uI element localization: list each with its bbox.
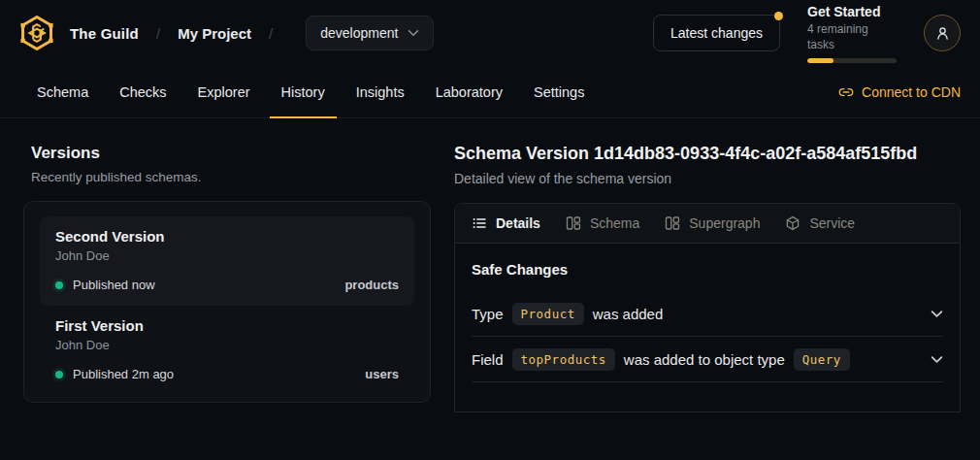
header-actions: Latest changes Get Started 4 remaining t… [653,3,961,63]
detail-tab-service[interactable]: Service [785,215,855,231]
project-tabs: Schema Checks Explorer History Insights … [37,66,584,117]
tab-explorer[interactable]: Explorer [198,66,250,117]
schema-version-title: Schema Version 1d14db83-0933-4f4c-a02f-a… [454,144,961,164]
safe-changes-heading: Safe Changes [472,261,943,278]
version-name: Second Version [55,228,399,245]
tab-history[interactable]: History [281,66,325,117]
detail-tab-label: Details [496,215,540,231]
version-author: John Doe [55,338,399,352]
detail-tabstrip: Details Schema [455,204,960,244]
get-started-progressbar [807,58,897,63]
version-meta: Published 2m ago users [55,367,399,381]
project-tabbar: Schema Checks Explorer History Insights … [0,66,980,118]
code-chip: Product [512,303,584,325]
hive-logo-icon[interactable] [17,14,56,52]
detail-tab-schema[interactable]: Schema [566,215,639,231]
change-description: Field topProducts was added to object ty… [472,348,850,371]
change-description: Type Product was added [472,303,663,325]
change-row[interactable]: Type Product was added [472,291,943,337]
notification-dot [774,12,783,20]
connect-to-cdn-link[interactable]: Connect to CDN [838,66,961,117]
version-name: First Version [55,317,399,334]
detail-tab-label: Supergraph [689,215,760,231]
detail-tab-label: Schema [590,215,639,231]
change-text: Type [472,306,504,322]
versions-column: Versions Recently published schemas. Sec… [23,144,431,412]
target-selector-value: development [320,25,398,41]
versions-title: Versions [31,144,431,163]
get-started-progress-fill [807,58,833,63]
version-detail-panel: Details Schema [454,203,961,412]
change-text: Field [472,351,504,368]
change-text: was added [593,306,664,322]
app-header: The Guild / My Project / development Lat… [0,0,980,66]
org-name[interactable]: The Guild [70,25,139,42]
detail-tab-label: Service [809,215,855,231]
latest-changes-label: Latest changes [670,25,763,41]
breadcrumb-separator: / [156,25,160,42]
published-status-dot [55,371,63,378]
breadcrumb: The Guild / My Project / development [17,14,434,52]
change-row[interactable]: Field topProducts was added to object ty… [472,337,943,382]
detail-tab-details[interactable]: Details [472,215,540,231]
tab-checks[interactable]: Checks [119,66,166,117]
columns-icon [665,215,680,231]
schema-version-subtitle: Detailed view of the schema version [454,171,961,186]
chevron-down-icon[interactable] [931,355,943,364]
tab-settings[interactable]: Settings [534,66,584,117]
version-service-name: products [344,278,399,292]
chevron-down-icon[interactable] [931,310,943,318]
version-list-item[interactable]: Second Version John Doe Published now pr… [40,216,414,306]
version-status: Published now [73,278,155,292]
breadcrumb-separator: / [269,25,273,42]
published-status-dot [55,281,63,289]
columns-icon [566,215,581,231]
code-chip: Query [794,348,850,371]
tab-schema[interactable]: Schema [37,66,88,117]
tab-insights[interactable]: Insights [356,66,405,117]
detail-body: Safe Changes Type Product was added [455,244,960,382]
versions-subtitle: Recently published schemas. [31,170,431,184]
versions-list: Second Version John Doe Published now pr… [23,201,431,403]
get-started-subtitle: 4 remaining tasks [807,21,897,52]
link-icon [838,84,854,100]
version-author: John Doe [55,248,399,263]
detail-tab-supergraph[interactable]: Supergraph [665,215,760,231]
user-icon [934,25,951,42]
version-detail-column: Schema Version 1d14db83-0933-4f4c-a02f-a… [454,144,961,412]
code-chip: topProducts [512,348,615,371]
version-status: Published 2m ago [73,367,174,381]
user-avatar[interactable] [924,15,961,51]
latest-changes-button[interactable]: Latest changes [653,15,780,51]
project-name[interactable]: My Project [178,25,251,42]
target-selector[interactable]: development [306,16,434,50]
connect-to-cdn-label: Connect to CDN [862,84,961,100]
change-text: was added to object type [624,351,785,368]
tab-laboratory[interactable]: Laboratory [436,66,503,117]
get-started-title: Get Started [807,3,897,20]
version-list-item[interactable]: First Version John Doe Published 2m ago … [40,306,414,395]
version-service-name: users [365,367,399,381]
list-bullet-icon [472,215,487,231]
version-meta: Published now products [55,278,399,292]
cube-icon [785,215,800,231]
chevron-down-icon [408,29,419,37]
main-content: Versions Recently published schemas. Sec… [0,118,980,412]
get-started-widget[interactable]: Get Started 4 remaining tasks [807,3,897,63]
